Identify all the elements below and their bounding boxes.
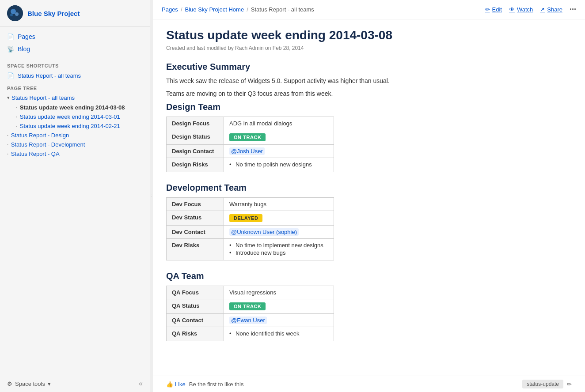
thumbs-up-icon: 👍 xyxy=(166,381,173,388)
dev-team-table: Dev Focus Warranty bugs Dev Status DELAY… xyxy=(166,197,334,260)
dev-status-value: DELAYED xyxy=(224,211,334,226)
list-item: None identified this week xyxy=(229,330,328,337)
watch-button[interactable]: 👁 Watch xyxy=(509,6,533,13)
sidebar-footer: ⚙ Space tools ▾ « xyxy=(0,375,150,392)
design-contact-value: @Josh User xyxy=(224,145,334,158)
shortcut-status-report-all[interactable]: 📄 Status Report - all teams xyxy=(0,70,150,81)
dot-icon: • xyxy=(7,143,8,147)
tree-child-label-1: Status update week ending 2014-03-01 xyxy=(20,113,120,120)
list-item: Introduce new bugs xyxy=(229,249,328,256)
tree-child-week-03-08[interactable]: • Status update week ending 2014-03-08 xyxy=(12,103,150,112)
sidebar-item-pages[interactable]: 📄 Pages xyxy=(0,30,150,43)
risks-list: None identified this week xyxy=(229,330,328,337)
tree-sub-label-0: Status Report - Design xyxy=(11,132,69,139)
tag-badge[interactable]: status-update xyxy=(522,380,563,388)
page-body: Status update week ending 2014-03-08 Cre… xyxy=(153,19,551,365)
risks-list: No time to implement new designs Introdu… xyxy=(229,242,328,256)
sidebar-pages-label: Pages xyxy=(18,33,35,40)
design-contact-label: Design Contact xyxy=(167,145,224,158)
tree-child-label-0: Status update week ending 2014-03-08 xyxy=(20,104,125,111)
breadcrumb-pages[interactable]: Pages xyxy=(162,6,178,13)
collapse-sidebar-button[interactable]: « xyxy=(139,380,143,388)
dot-icon: • xyxy=(16,106,17,109)
user-mention[interactable]: @Ewan User xyxy=(229,317,267,324)
share-button[interactable]: ↗ Share xyxy=(540,6,562,13)
dev-focus-value: Warranty bugs xyxy=(224,198,334,211)
dot-icon: • xyxy=(16,124,17,128)
user-mention[interactable]: @Josh User xyxy=(229,147,265,155)
dot-icon: • xyxy=(16,115,17,119)
design-focus-label: Design Focus xyxy=(167,117,224,130)
sidebar-item-blog[interactable]: 📡 Blog xyxy=(0,43,150,55)
tree-sub-design[interactable]: • Status Report - Design xyxy=(0,131,150,140)
like-section: 👍 Like Be the first to like this xyxy=(166,381,243,388)
edit-tag-button[interactable]: ✏ xyxy=(567,381,572,388)
qa-risks-value: None identified this week xyxy=(224,327,334,341)
design-focus-value: ADG in all modal dialogs xyxy=(224,117,334,130)
edit-icon: ✏ xyxy=(485,6,490,13)
design-status-label: Design Status xyxy=(167,130,224,145)
shortcut-label: Status Report - all teams xyxy=(18,72,81,79)
design-risks-value: No time to polish new designs xyxy=(224,158,334,172)
exec-summary-para1: This week saw the release of Widgets 5.0… xyxy=(166,76,537,86)
table-row: Design Focus ADG in all modal dialogs xyxy=(167,117,334,130)
table-row: QA Risks None identified this week xyxy=(167,327,334,341)
dot-icon: • xyxy=(7,133,8,137)
like-button[interactable]: 👍 Like xyxy=(166,381,186,388)
list-item: No time to implement new designs xyxy=(229,242,328,249)
more-actions-button[interactable]: ··· xyxy=(570,5,576,14)
dev-contact-label: Dev Contact xyxy=(167,226,224,239)
user-mention[interactable]: @Unknown User (sophie) xyxy=(229,228,299,236)
qa-status-label: QA Status xyxy=(167,299,224,314)
tree-sub-label-2: Status Report - QA xyxy=(11,151,60,157)
dev-status-label: Dev Status xyxy=(167,211,224,226)
breadcrumb: Pages / Blue Sky Project Home / Status R… xyxy=(162,6,314,13)
tree-sub-development[interactable]: • Status Report - Development xyxy=(0,140,150,149)
tree-child-week-02-21[interactable]: • Status update week ending 2014-02-21 xyxy=(12,121,150,131)
table-row: Dev Contact @Unknown User (sophie) xyxy=(167,226,334,239)
qa-focus-value: Visual regressions xyxy=(224,286,334,299)
share-icon: ↗ xyxy=(540,6,545,13)
topbar-actions: ✏ Edit 👁 Watch ↗ Share ··· xyxy=(485,5,576,14)
status-badge: ON TRACK xyxy=(229,133,266,141)
page-tree-label: PAGE TREE xyxy=(0,81,150,93)
table-row: Dev Focus Warranty bugs xyxy=(167,198,334,211)
table-row: QA Contact @Ewan User xyxy=(167,314,334,327)
tree-root-label: Status Report - all teams xyxy=(11,94,75,101)
qa-risks-label: QA Risks xyxy=(167,327,224,341)
tree-child-label-2: Status update week ending 2014-02-21 xyxy=(20,123,120,129)
status-badge: ON TRACK xyxy=(229,302,266,310)
table-row: Dev Status DELAYED xyxy=(167,211,334,226)
tree-sub-qa[interactable]: • Status Report - QA xyxy=(0,149,150,158)
table-row: Design Status ON TRACK xyxy=(167,130,334,145)
dev-risks-value: No time to implement new designs Introdu… xyxy=(224,239,334,260)
tree-child-week-03-01[interactable]: • Status update week ending 2014-03-01 xyxy=(12,112,150,121)
footer-right: status-update ✏ xyxy=(522,380,572,388)
executive-summary-heading: Executive Summary xyxy=(166,62,537,72)
design-status-value: ON TRACK xyxy=(224,130,334,145)
design-team-table: Design Focus ADG in all modal dialogs De… xyxy=(166,117,334,172)
edit-button[interactable]: ✏ Edit xyxy=(485,6,502,13)
shortcut-icon: 📄 xyxy=(7,72,14,79)
page-meta: Created and last modified by Rach Admin … xyxy=(166,45,537,51)
sidebar-logo[interactable]: Blue Sky Project xyxy=(0,0,150,27)
tree-children: • Status update week ending 2014-03-08 •… xyxy=(0,103,150,131)
dot-icon: • xyxy=(7,152,8,156)
tree-root-item[interactable]: ▾ Status Report - all teams xyxy=(0,93,150,103)
space-name: Blue Sky Project xyxy=(27,10,80,17)
qa-contact-label: QA Contact xyxy=(167,314,224,327)
sidebar: Blue Sky Project 📄 Pages 📡 Blog SPACE SH… xyxy=(0,0,150,392)
qa-team-table: QA Focus Visual regressions QA Status ON… xyxy=(166,286,334,341)
space-tools-button[interactable]: ⚙ Space tools ▾ xyxy=(7,381,51,387)
table-row: Design Risks No time to polish new desig… xyxy=(167,158,334,172)
breadcrumb-sep-1: / xyxy=(181,6,182,13)
breadcrumb-home[interactable]: Blue Sky Project Home xyxy=(185,6,244,13)
qa-focus-label: QA Focus xyxy=(167,286,224,299)
pages-icon: 📄 xyxy=(7,34,14,40)
sidebar-blog-label: Blog xyxy=(18,45,30,53)
space-shortcuts-label: SPACE SHORTCUTS xyxy=(0,59,150,70)
gear-icon: ⚙ xyxy=(7,381,12,387)
risks-list: No time to polish new designs xyxy=(229,161,328,168)
list-item: No time to polish new designs xyxy=(229,161,328,168)
qa-status-value: ON TRACK xyxy=(224,299,334,314)
